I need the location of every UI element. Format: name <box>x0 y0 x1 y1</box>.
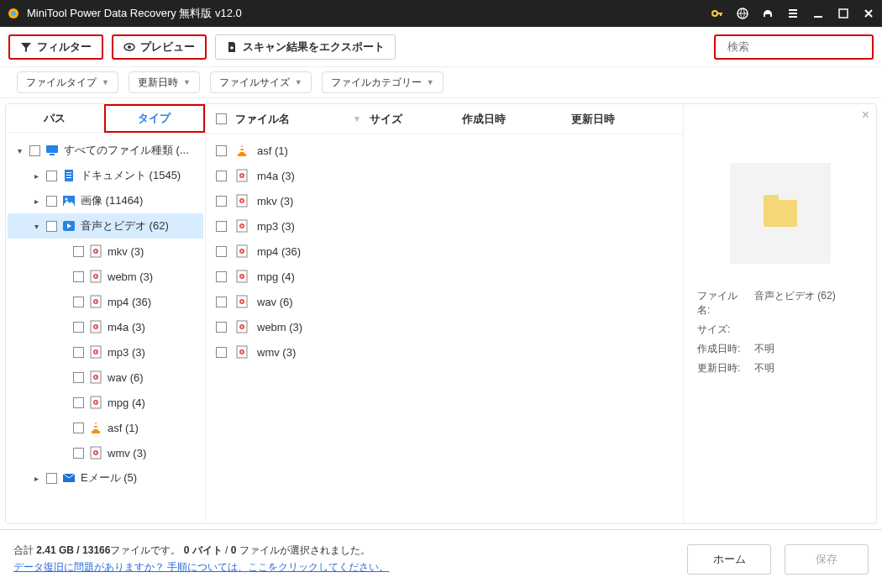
home-button[interactable]: ホーム <box>687 544 771 575</box>
minimize-icon[interactable] <box>811 7 825 20</box>
row-name: asf (1) <box>257 144 673 157</box>
select-all-checkbox[interactable] <box>216 113 227 124</box>
col-header-size[interactable]: サイズ <box>370 112 454 127</box>
chevron-down-icon[interactable]: ▾ <box>14 146 24 155</box>
filter-modified[interactable]: 更新日時▼ <box>129 71 200 93</box>
footer-help-link[interactable]: データ復旧に問題がありますか？ 手順については、ここをクリックしてください。 <box>13 561 389 573</box>
checkbox[interactable] <box>46 196 57 207</box>
checkbox[interactable] <box>216 322 227 333</box>
checkbox[interactable] <box>73 271 84 282</box>
headset-icon[interactable] <box>761 7 774 20</box>
tree-leaf-mp4[interactable]: mp4 (36) <box>8 289 203 314</box>
list-header: ファイル名▼ サイズ 作成日時 更新日時 <box>206 104 683 134</box>
checkbox[interactable] <box>73 297 84 307</box>
checkbox[interactable] <box>73 423 84 433</box>
tree-documents[interactable]: ▸ ドキュメント (1545) <box>8 163 203 188</box>
maximize-icon[interactable] <box>837 7 850 20</box>
tree-leaf-asf[interactable]: asf (1) <box>8 415 203 440</box>
preview-thumbnail <box>730 163 831 264</box>
chevron-down-icon: ▼ <box>427 78 434 87</box>
list-row[interactable]: mpg (4) <box>216 264 673 289</box>
tree-leaf-mkv[interactable]: mkv (3) <box>8 239 203 264</box>
list-row[interactable]: wmv (3) <box>216 339 673 365</box>
tree-images[interactable]: ▸ 画像 (11464) <box>8 188 203 213</box>
checkbox[interactable] <box>73 246 84 257</box>
tab-path[interactable]: パス <box>6 104 104 133</box>
tree-leaf-mp3[interactable]: mp3 (3) <box>8 339 203 365</box>
export-button[interactable]: スキャン結果をエクスポート <box>215 34 396 60</box>
search-input[interactable] <box>727 40 869 53</box>
checkbox[interactable] <box>73 322 84 333</box>
preview-label: プレビュー <box>140 39 195 55</box>
checkbox[interactable] <box>73 397 84 408</box>
filter-category[interactable]: ファイルカテゴリー▼ <box>322 71 444 93</box>
filter-file-size[interactable]: ファイルサイズ▼ <box>210 71 312 93</box>
checkbox[interactable] <box>216 246 227 257</box>
media-file-icon <box>89 244 102 258</box>
checkbox[interactable] <box>216 196 227 207</box>
chevron-right-icon[interactable]: ▸ <box>31 474 41 483</box>
tree-all-file-types[interactable]: ▾ すべてのファイル種類 (... <box>8 138 203 163</box>
chevron-right-icon[interactable]: ▸ <box>31 197 41 206</box>
checkbox[interactable] <box>46 473 57 484</box>
list-row[interactable]: mkv (3) <box>216 188 673 213</box>
image-icon <box>62 194 76 207</box>
search-box[interactable] <box>714 34 874 60</box>
checkbox[interactable] <box>73 448 84 459</box>
col-header-created[interactable]: 作成日時 <box>462 112 563 127</box>
checkbox[interactable] <box>46 221 57 232</box>
save-button[interactable]: 保存 <box>785 544 869 575</box>
preview-button[interactable]: プレビュー <box>112 34 207 60</box>
list-row[interactable]: wav (6) <box>216 289 673 314</box>
checkbox[interactable] <box>216 347 227 358</box>
media-file-icon <box>235 320 249 333</box>
tree-audio-video[interactable]: ▾ 音声とビデオ (62) <box>8 213 203 239</box>
checkbox[interactable] <box>216 145 227 156</box>
close-icon[interactable] <box>862 7 875 20</box>
tree-label: mpg (4) <box>108 396 145 409</box>
checkbox[interactable] <box>46 171 57 181</box>
tree-leaf-webm[interactable]: webm (3) <box>8 264 203 289</box>
svg-rect-39 <box>239 150 244 152</box>
chevron-right-icon[interactable]: ▸ <box>31 171 41 181</box>
checkbox[interactable] <box>216 171 227 181</box>
file-type-tree: ▾ すべてのファイル種類 (... ▸ ドキュメント (1545) ▸ 画像 (… <box>6 133 205 523</box>
checkbox[interactable] <box>73 372 84 383</box>
detail-created-label: 作成日時: <box>697 342 748 356</box>
list-row[interactable]: mp3 (3) <box>216 213 673 239</box>
close-details-icon[interactable]: × <box>862 108 869 123</box>
checkbox[interactable] <box>216 221 227 232</box>
tree-leaf-wav[interactable]: wav (6) <box>8 365 203 390</box>
detail-size-label: サイズ: <box>697 323 748 337</box>
funnel-icon <box>20 41 32 53</box>
tree-label: すべてのファイル種類 (... <box>64 143 189 158</box>
tree-leaf-m4a[interactable]: m4a (3) <box>8 314 203 339</box>
svg-point-1 <box>11 11 16 16</box>
filter-file-type[interactable]: ファイルタイプ▼ <box>17 71 118 93</box>
checkbox[interactable] <box>216 271 227 282</box>
col-header-name[interactable]: ファイル名▼ <box>235 112 361 127</box>
details-pane: × ファイル名:音声とビデオ (62) サイズ: 作成日時:不明 更新日時:不明 <box>683 104 876 523</box>
key-icon[interactable] <box>711 7 724 20</box>
detail-filename-value: 音声とビデオ (62) <box>754 289 836 318</box>
list-row[interactable]: m4a (3) <box>216 163 673 188</box>
svg-rect-8 <box>46 145 58 153</box>
globe-icon[interactable] <box>736 7 749 20</box>
tab-type[interactable]: タイプ <box>104 104 206 133</box>
tree-leaf-wmv[interactable]: wmv (3) <box>8 440 203 465</box>
col-header-modified[interactable]: 更新日時 <box>571 112 655 127</box>
menu-icon[interactable] <box>786 7 800 20</box>
list-row[interactable]: webm (3) <box>216 314 673 339</box>
chevron-down-icon[interactable]: ▾ <box>31 222 41 231</box>
list-row[interactable]: asf (1) <box>216 138 673 163</box>
filter-button[interactable]: フィルター <box>8 34 103 60</box>
tree-label: ドキュメント (1545) <box>81 168 181 183</box>
checkbox[interactable] <box>29 145 40 156</box>
checkbox[interactable] <box>73 347 84 358</box>
media-file-icon <box>89 370 102 384</box>
tree-email[interactable]: ▸ Eメール (5) <box>8 465 203 491</box>
tree-leaf-mpg[interactable]: mpg (4) <box>8 390 203 415</box>
list-row[interactable]: mp4 (36) <box>216 239 673 264</box>
detail-modified-label: 更新日時: <box>697 361 748 375</box>
checkbox[interactable] <box>216 297 227 307</box>
